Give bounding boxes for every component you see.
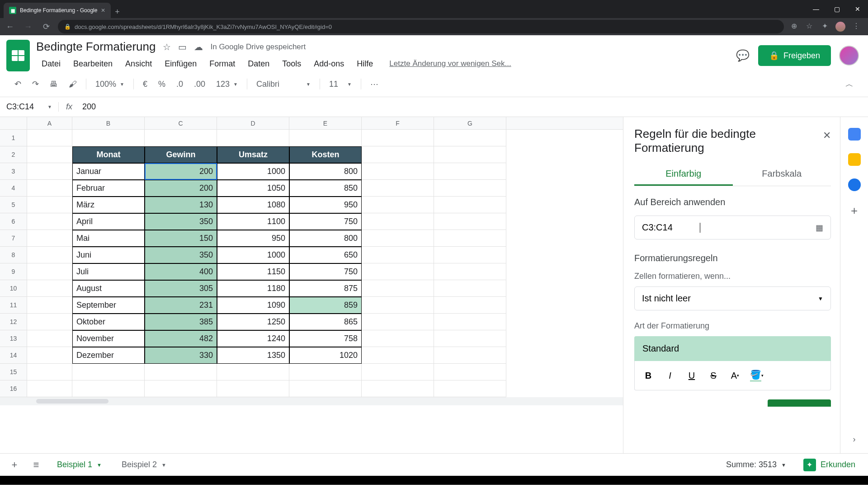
row-header[interactable]: 7 [0, 230, 27, 247]
cell[interactable]: 1000 [217, 247, 289, 263]
cell[interactable]: 758 [289, 330, 362, 347]
minimize-button[interactable]: — [806, 0, 826, 18]
cell[interactable]: 305 [145, 280, 217, 297]
cell[interactable] [27, 314, 72, 330]
url-input[interactable]: 🔒 docs.google.com/spreadsheets/d/1RMhyrl… [58, 20, 784, 33]
cell[interactable] [434, 230, 506, 247]
cell[interactable]: 130 [145, 197, 217, 213]
cell[interactable]: Dezember [72, 347, 145, 364]
row-header[interactable]: 2 [0, 146, 27, 163]
column-header[interactable]: G [434, 117, 506, 129]
new-tab-button[interactable]: + [111, 5, 123, 18]
cell[interactable]: 865 [289, 314, 362, 330]
cell[interactable] [434, 180, 506, 197]
cell[interactable]: 482 [145, 330, 217, 347]
spreadsheet-grid[interactable]: A B C D E F G 12MonatGewinnUmsatzKosten3… [0, 117, 623, 453]
cell[interactable] [362, 330, 434, 347]
cell[interactable] [434, 146, 506, 163]
name-box[interactable]: C3:C14▼ [0, 102, 59, 112]
cell[interactable] [434, 314, 506, 330]
cell[interactable] [27, 297, 72, 314]
menu-data[interactable]: Daten [242, 56, 275, 71]
summary-dropdown[interactable]: Summe: 3513▼ [720, 456, 793, 473]
cell[interactable] [434, 347, 506, 364]
strikethrough-button[interactable]: S [703, 366, 723, 385]
cell[interactable]: 350 [145, 247, 217, 263]
column-header[interactable]: C [145, 117, 217, 129]
column-header[interactable]: E [289, 117, 362, 129]
back-button[interactable]: ← [4, 22, 16, 32]
star-icon[interactable]: ☆ [163, 42, 171, 52]
style-preview[interactable]: Standard [634, 336, 831, 361]
cell[interactable]: 1180 [217, 280, 289, 297]
cell[interactable] [434, 263, 506, 280]
cell[interactable] [72, 364, 145, 380]
move-icon[interactable]: ▭ [178, 42, 187, 52]
column-header[interactable]: A [27, 117, 72, 129]
comments-icon[interactable]: 💬 [736, 48, 750, 63]
profile-avatar-icon[interactable] [835, 22, 845, 32]
cell[interactable]: 1050 [217, 180, 289, 197]
cell[interactable] [289, 130, 362, 146]
cell[interactable]: 750 [289, 213, 362, 230]
cell[interactable] [27, 330, 72, 347]
sheet-tab-2[interactable]: Beispiel 2▼ [113, 455, 175, 474]
add-sheet-button[interactable]: + [5, 456, 24, 474]
cell[interactable] [289, 364, 362, 380]
cell[interactable]: 150 [145, 230, 217, 247]
cell[interactable] [145, 364, 217, 380]
cell[interactable]: März [72, 197, 145, 213]
cell[interactable]: 385 [145, 314, 217, 330]
all-sheets-button[interactable]: ≡ [27, 456, 45, 474]
cell[interactable] [434, 163, 506, 180]
cell[interactable] [362, 146, 434, 163]
cell[interactable] [434, 130, 506, 146]
underline-button[interactable]: U [682, 366, 702, 385]
menu-addons[interactable]: Add-ons [308, 56, 349, 71]
cell[interactable]: 1250 [217, 314, 289, 330]
cell[interactable] [362, 163, 434, 180]
cell[interactable] [27, 364, 72, 380]
cell[interactable] [27, 130, 72, 146]
row-header[interactable]: 3 [0, 163, 27, 180]
cell[interactable]: 1350 [217, 347, 289, 364]
cell[interactable] [434, 197, 506, 213]
cell[interactable] [27, 180, 72, 197]
cell[interactable] [27, 247, 72, 263]
cell[interactable] [362, 197, 434, 213]
zoom-icon[interactable]: ⊕ [789, 22, 798, 32]
cell[interactable]: 1090 [217, 297, 289, 314]
menu-insert[interactable]: Einfügen [159, 56, 202, 71]
share-button[interactable]: 🔒 Freigeben [758, 45, 831, 66]
browser-tab[interactable]: ▦ Bedingte Formatierung - Google ✕ [4, 3, 111, 18]
select-all-corner[interactable] [0, 117, 27, 129]
cell[interactable]: 800 [289, 163, 362, 180]
menu-help[interactable]: Hilfe [351, 56, 378, 71]
close-panel-button[interactable]: ✕ [823, 130, 831, 141]
paint-format-button[interactable]: 🖌 [64, 77, 81, 92]
cell[interactable] [434, 364, 506, 380]
collapse-rail-button[interactable]: › [853, 435, 856, 444]
cell[interactable]: 350 [145, 213, 217, 230]
cell[interactable]: Oktober [72, 314, 145, 330]
cell[interactable]: Mai [72, 230, 145, 247]
cell[interactable]: 330 [145, 347, 217, 364]
cell[interactable]: Gewinn [145, 146, 217, 163]
font-dropdown[interactable]: Calibri▼ [252, 77, 315, 92]
cell[interactable] [27, 263, 72, 280]
cell[interactable] [362, 297, 434, 314]
italic-button[interactable]: I [660, 366, 680, 385]
row-header[interactable]: 8 [0, 247, 27, 263]
formula-input[interactable]: 200 [80, 102, 868, 112]
row-header[interactable]: 11 [0, 297, 27, 314]
row-header[interactable]: 4 [0, 180, 27, 197]
percent-button[interactable]: % [154, 77, 170, 92]
cell[interactable]: Januar [72, 163, 145, 180]
cell[interactable] [362, 130, 434, 146]
cell[interactable]: 950 [217, 230, 289, 247]
cell[interactable] [72, 380, 145, 397]
cell[interactable]: Kosten [289, 146, 362, 163]
increase-decimal-button[interactable]: .00 [189, 77, 210, 92]
row-header[interactable]: 5 [0, 197, 27, 213]
cell[interactable] [27, 347, 72, 364]
